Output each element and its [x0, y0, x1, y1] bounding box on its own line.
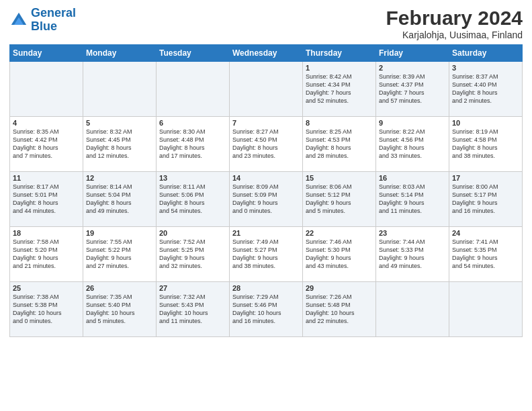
calendar-cell: 2Sunrise: 8:39 AM Sunset: 4:37 PM Daylig… [376, 62, 449, 117]
week-row-4: 18Sunrise: 7:58 AM Sunset: 5:20 PM Dayli… [10, 227, 523, 282]
day-header-tuesday: Tuesday [157, 45, 230, 62]
day-info: Sunrise: 7:52 AM Sunset: 5:25 PM Dayligh… [159, 238, 206, 269]
day-info: Sunrise: 8:22 AM Sunset: 4:56 PM Dayligh… [379, 128, 425, 159]
day-info: Sunrise: 8:09 AM Sunset: 5:09 PM Dayligh… [232, 183, 279, 214]
main-title: February 2024 [386, 7, 523, 30]
calendar-cell: 25Sunrise: 7:38 AM Sunset: 5:38 PM Dayli… [10, 282, 83, 337]
day-number: 29 [306, 284, 373, 292]
day-info: Sunrise: 7:49 AM Sunset: 5:27 PM Dayligh… [232, 238, 279, 269]
calendar-cell [10, 62, 83, 117]
calendar-cell: 19Sunrise: 7:55 AM Sunset: 5:22 PM Dayli… [83, 227, 157, 282]
day-info: Sunrise: 8:17 AM Sunset: 5:01 PM Dayligh… [13, 183, 59, 214]
day-header-sunday: Sunday [10, 45, 83, 62]
calendar-cell: 15Sunrise: 8:06 AM Sunset: 5:12 PM Dayli… [303, 172, 376, 227]
calendar-cell: 22Sunrise: 7:46 AM Sunset: 5:30 PM Dayli… [303, 227, 376, 282]
week-row-1: 1Sunrise: 8:42 AM Sunset: 4:34 PM Daylig… [10, 62, 523, 117]
day-number: 14 [232, 174, 300, 182]
day-number: 24 [452, 229, 519, 237]
day-number: 2 [379, 64, 446, 72]
day-header-thursday: Thursday [303, 45, 376, 62]
day-number: 15 [306, 174, 373, 182]
day-info: Sunrise: 8:00 AM Sunset: 5:17 PM Dayligh… [452, 183, 498, 214]
day-info: Sunrise: 8:42 AM Sunset: 4:34 PM Dayligh… [306, 73, 352, 104]
day-header-row: SundayMondayTuesdayWednesdayThursdayFrid… [10, 45, 523, 62]
day-info: Sunrise: 8:27 AM Sunset: 4:50 PM Dayligh… [232, 128, 279, 159]
day-number: 28 [232, 284, 300, 292]
logo-blue: Blue [31, 19, 57, 33]
calendar-cell: 29Sunrise: 7:26 AM Sunset: 5:48 PM Dayli… [303, 282, 376, 337]
calendar-cell: 6Sunrise: 8:30 AM Sunset: 4:48 PM Daylig… [157, 117, 230, 172]
day-info: Sunrise: 8:39 AM Sunset: 4:37 PM Dayligh… [379, 73, 425, 104]
calendar-table: SundayMondayTuesdayWednesdayThursdayFrid… [9, 44, 523, 337]
logo-icon [9, 11, 28, 30]
day-info: Sunrise: 7:32 AM Sunset: 5:43 PM Dayligh… [159, 293, 208, 324]
calendar-cell: 18Sunrise: 7:58 AM Sunset: 5:20 PM Dayli… [10, 227, 83, 282]
calendar-cell: 4Sunrise: 8:35 AM Sunset: 4:42 PM Daylig… [10, 117, 83, 172]
day-header-saturday: Saturday [449, 45, 523, 62]
day-number: 25 [13, 284, 80, 292]
day-info: Sunrise: 7:55 AM Sunset: 5:22 PM Dayligh… [86, 238, 132, 269]
day-number: 18 [13, 229, 80, 237]
day-number: 17 [452, 174, 519, 182]
day-number: 8 [306, 119, 373, 127]
calendar-cell: 27Sunrise: 7:32 AM Sunset: 5:43 PM Dayli… [157, 282, 230, 337]
day-info: Sunrise: 8:30 AM Sunset: 4:48 PM Dayligh… [159, 128, 206, 159]
day-info: Sunrise: 7:38 AM Sunset: 5:38 PM Dayligh… [13, 293, 62, 324]
day-number: 16 [379, 174, 446, 182]
day-header-monday: Monday [83, 45, 157, 62]
calendar-cell [157, 62, 230, 117]
day-number: 3 [452, 64, 519, 72]
day-info: Sunrise: 8:11 AM Sunset: 5:06 PM Dayligh… [159, 183, 206, 214]
calendar-cell: 26Sunrise: 7:35 AM Sunset: 5:40 PM Dayli… [83, 282, 157, 337]
day-info: Sunrise: 8:03 AM Sunset: 5:14 PM Dayligh… [379, 183, 425, 214]
week-row-2: 4Sunrise: 8:35 AM Sunset: 4:42 PM Daylig… [10, 117, 523, 172]
calendar-cell: 17Sunrise: 8:00 AM Sunset: 5:17 PM Dayli… [449, 172, 523, 227]
calendar-cell: 3Sunrise: 8:37 AM Sunset: 4:40 PM Daylig… [449, 62, 523, 117]
day-info: Sunrise: 8:25 AM Sunset: 4:53 PM Dayligh… [306, 128, 352, 159]
day-number: 19 [86, 229, 153, 237]
week-row-3: 11Sunrise: 8:17 AM Sunset: 5:01 PM Dayli… [10, 172, 523, 227]
calendar-cell: 28Sunrise: 7:29 AM Sunset: 5:46 PM Dayli… [230, 282, 303, 337]
page-container: General Blue February 2024 Karjalohja, U… [0, 0, 532, 342]
day-header-wednesday: Wednesday [230, 45, 303, 62]
header-row: General Blue February 2024 Karjalohja, U… [9, 7, 523, 40]
day-number: 6 [159, 119, 226, 127]
day-number: 12 [86, 174, 153, 182]
day-number: 11 [13, 174, 80, 182]
day-info: Sunrise: 8:14 AM Sunset: 5:04 PM Dayligh… [86, 183, 132, 214]
day-number: 10 [452, 119, 519, 127]
day-number: 20 [159, 229, 226, 237]
calendar-cell: 8Sunrise: 8:25 AM Sunset: 4:53 PM Daylig… [303, 117, 376, 172]
day-info: Sunrise: 8:19 AM Sunset: 4:58 PM Dayligh… [452, 128, 498, 159]
calendar-cell: 16Sunrise: 8:03 AM Sunset: 5:14 PM Dayli… [376, 172, 449, 227]
week-row-5: 25Sunrise: 7:38 AM Sunset: 5:38 PM Dayli… [10, 282, 523, 337]
day-number: 7 [232, 119, 300, 127]
calendar-cell: 12Sunrise: 8:14 AM Sunset: 5:04 PM Dayli… [83, 172, 157, 227]
calendar-cell: 9Sunrise: 8:22 AM Sunset: 4:56 PM Daylig… [376, 117, 449, 172]
day-info: Sunrise: 7:46 AM Sunset: 5:30 PM Dayligh… [306, 238, 352, 269]
day-number: 4 [13, 119, 80, 127]
calendar-cell [449, 282, 523, 337]
day-header-friday: Friday [376, 45, 449, 62]
calendar-cell: 10Sunrise: 8:19 AM Sunset: 4:58 PM Dayli… [449, 117, 523, 172]
logo-text: General Blue [31, 7, 76, 34]
calendar-cell: 5Sunrise: 8:32 AM Sunset: 4:45 PM Daylig… [83, 117, 157, 172]
day-number: 23 [379, 229, 446, 237]
calendar-cell: 1Sunrise: 8:42 AM Sunset: 4:34 PM Daylig… [303, 62, 376, 117]
calendar-cell [83, 62, 157, 117]
subtitle: Karjalohja, Uusimaa, Finland [386, 30, 523, 40]
day-number: 27 [159, 284, 226, 292]
day-info: Sunrise: 8:35 AM Sunset: 4:42 PM Dayligh… [13, 128, 59, 159]
logo-general: General [31, 6, 76, 19]
day-info: Sunrise: 7:35 AM Sunset: 5:40 PM Dayligh… [86, 293, 135, 324]
day-number: 1 [306, 64, 373, 72]
logo: General Blue [9, 7, 76, 34]
calendar-cell: 21Sunrise: 7:49 AM Sunset: 5:27 PM Dayli… [230, 227, 303, 282]
day-number: 21 [232, 229, 300, 237]
title-block: February 2024 Karjalohja, Uusimaa, Finla… [386, 7, 523, 40]
calendar-cell: 7Sunrise: 8:27 AM Sunset: 4:50 PM Daylig… [230, 117, 303, 172]
calendar-cell: 24Sunrise: 7:41 AM Sunset: 5:35 PM Dayli… [449, 227, 523, 282]
calendar-cell: 20Sunrise: 7:52 AM Sunset: 5:25 PM Dayli… [157, 227, 230, 282]
day-info: Sunrise: 7:58 AM Sunset: 5:20 PM Dayligh… [13, 238, 59, 269]
calendar-cell [376, 282, 449, 337]
